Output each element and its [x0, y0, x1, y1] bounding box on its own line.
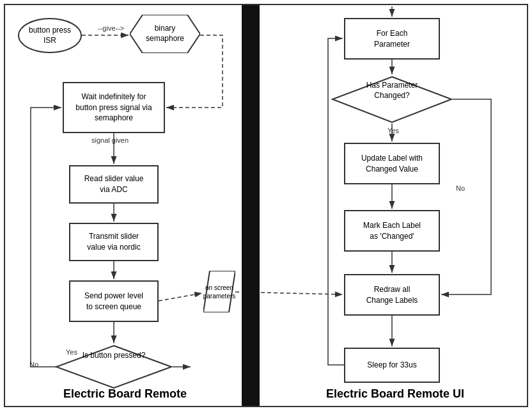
- hasparam-no-arrow: [441, 99, 491, 294]
- section-label-right: Electric Board Remote UI: [264, 387, 526, 401]
- for-each-label: For EachParameter: [374, 28, 410, 50]
- mark-each-label: Mark Each Labelas 'Changed': [363, 220, 421, 242]
- transmit-slider-label: Transmit slidervalue via nordic: [87, 231, 140, 253]
- read-slider-label: Read slider valuevia ADC: [84, 173, 144, 195]
- redraw-box: Redraw allChange Labels: [344, 274, 440, 316]
- on-screen-queue: on screenparameters: [203, 271, 235, 312]
- send-power-box: Send power levelto screen queue: [69, 280, 159, 322]
- wait-box: Wait indefinitely forbutton press signal…: [63, 82, 165, 133]
- on-screen-label: on screenparameters: [203, 284, 236, 300]
- divider: [242, 5, 260, 406]
- isr-label: button pressISR: [29, 26, 71, 45]
- wait-label: Wait indefinitely forbutton press signal…: [75, 92, 152, 124]
- isr-ellipse: button pressISR: [18, 18, 82, 53]
- has-param-diamond: Has ParameterChanged?: [331, 76, 453, 124]
- diagram-container: Electric Board Remote Electric Board Rem…: [4, 4, 528, 407]
- read-slider-box: Read slider valuevia ADC: [69, 165, 159, 204]
- no-label-right: No: [456, 184, 465, 192]
- sleep-label: Sleep for 33us: [367, 360, 416, 371]
- section-label-left: Electric Board Remote: [12, 387, 239, 401]
- send-to-queue-arrow: [159, 293, 202, 301]
- sleep-box: Sleep for 33us: [344, 348, 440, 383]
- isbutton-yes-arrow: [31, 108, 61, 367]
- svg-marker-3: [332, 77, 451, 122]
- no-label-left: No: [29, 360, 38, 368]
- for-each-box: For EachParameter: [344, 18, 440, 60]
- semaphore-hexagon: binarysemaphore: [130, 15, 200, 53]
- yes-label-right: Yes: [387, 127, 399, 134]
- signal-given-text: signal given: [91, 136, 129, 144]
- mark-each-box: Mark Each Labelas 'Changed': [344, 210, 440, 252]
- redraw-label: Redraw allChange Labels: [366, 284, 418, 306]
- transmit-slider-box: Transmit slidervalue via nordic: [69, 223, 159, 261]
- yes-label-left: Yes: [66, 348, 77, 356]
- update-label-label: Update Label withChanged Value: [361, 153, 423, 175]
- send-power-label: Send power levelto screen queue: [84, 291, 143, 312]
- update-label-box: Update Label withChanged Value: [344, 143, 440, 184]
- give-label: --give-->: [98, 24, 124, 32]
- svg-marker-0: [130, 15, 200, 53]
